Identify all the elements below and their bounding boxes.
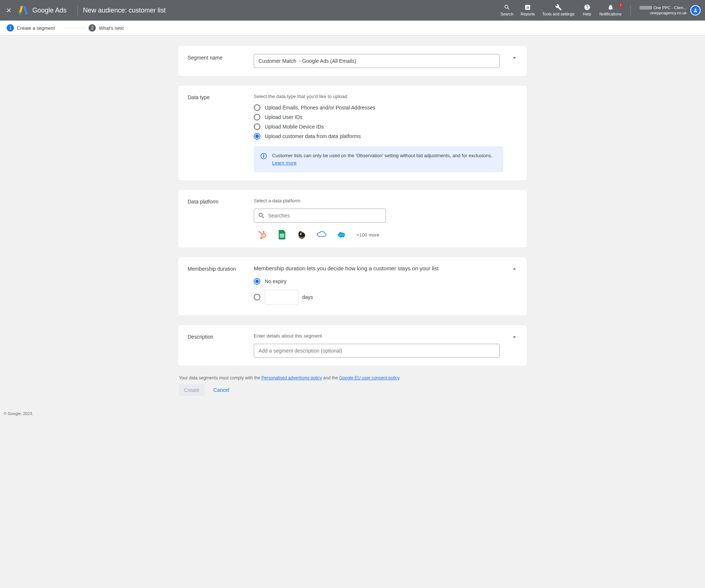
radio-upload-mobile-ids[interactable]: Upload Mobile Device IDs	[254, 123, 517, 130]
chevron-up-icon[interactable]	[510, 264, 519, 273]
cancel-button[interactable]: Cancel	[210, 384, 233, 396]
label-data-type: Data type	[188, 94, 254, 172]
cloud-icon[interactable]	[317, 230, 326, 239]
help-icon	[583, 4, 591, 11]
label-data-platform: Data platform	[188, 198, 254, 239]
radio-label: Upload Emails, Phones and/or Postal Addr…	[265, 105, 375, 111]
close-icon[interactable]	[4, 6, 13, 15]
radio-label: Upload User IDs	[265, 114, 303, 120]
google-ads-logo	[18, 5, 29, 16]
search-icon	[503, 4, 511, 11]
svg-rect-8	[263, 231, 264, 232]
create-button[interactable]: Create	[179, 384, 205, 396]
svg-point-0	[19, 12, 21, 15]
radio-custom-days[interactable]: days	[254, 290, 517, 304]
toolbar-search[interactable]: Search	[497, 4, 517, 17]
card-data-platform: Data platform Select a data platform	[178, 190, 527, 248]
google-sheets-icon[interactable]	[277, 230, 287, 239]
info-icon	[260, 152, 268, 160]
card-data-type: Data type Select the data type that you'…	[178, 86, 527, 180]
toolbar-tools[interactable]: Tools and settings	[539, 4, 578, 17]
label-description: Description	[188, 333, 254, 358]
info-box: Customer lists can only be used on the '…	[254, 146, 503, 172]
step-number-2: 2	[88, 24, 96, 32]
step-1[interactable]: 1 Create a segment	[7, 24, 55, 32]
reports-icon	[524, 4, 531, 11]
info-text: Customer lists can only be used on the '…	[272, 153, 492, 158]
chevron-up-icon[interactable]	[510, 332, 519, 341]
divider	[630, 5, 631, 15]
stepper: 1 Create a segment 2 What's next	[0, 21, 705, 36]
toolbar-notifications[interactable]: ! Notifications	[596, 4, 625, 17]
radio-label: No expiry	[265, 278, 286, 284]
compliance-note: Your data segments must comply with the …	[179, 375, 527, 380]
more-platforms[interactable]: +100 more	[357, 232, 380, 238]
page-title: New audience: customer list	[83, 7, 166, 14]
toolbar-notifications-label: Notifications	[600, 12, 622, 17]
platform-search[interactable]	[254, 209, 386, 223]
toolbar-reports-label: Reports	[521, 12, 535, 17]
copyright: © Google, 2023.	[0, 400, 705, 419]
avatar[interactable]	[690, 5, 701, 15]
platform-search-input[interactable]	[268, 213, 382, 219]
learn-more-link[interactable]: Learn more	[272, 160, 296, 166]
helper-data-platform: Select a data platform	[254, 198, 517, 203]
wrench-icon	[555, 4, 562, 11]
chevron-up-icon[interactable]	[510, 53, 519, 62]
label-segment-name: Segment name	[188, 54, 254, 68]
bell-icon	[607, 4, 614, 11]
policy-link-1[interactable]: Personalised advertising policy	[261, 375, 322, 380]
svg-rect-2	[263, 155, 264, 158]
days-suffix: days	[302, 294, 313, 300]
helper-description: Enter details about this segment	[254, 333, 517, 339]
card-segment-name: Segment name	[178, 46, 527, 76]
days-input[interactable]	[265, 290, 299, 304]
toolbar-reports[interactable]: Reports	[517, 4, 539, 17]
step-number-1: 1	[7, 24, 14, 32]
radio-no-expiry[interactable]: No expiry	[254, 278, 517, 285]
account-line1: One PPC - Clien...	[654, 5, 687, 10]
divider	[77, 5, 78, 15]
svg-point-6	[258, 231, 260, 232]
card-membership: Membership duration Membership duration …	[178, 257, 527, 315]
toolbar-help[interactable]: Help	[578, 4, 596, 17]
step-label-2: What's next	[99, 25, 124, 31]
account-line2: oneppcagency.co.uk	[650, 10, 687, 15]
mailchimp-icon[interactable]	[297, 230, 307, 239]
hubspot-icon[interactable]	[257, 230, 267, 239]
redacted-stub	[640, 6, 652, 10]
brand-label: Google Ads	[32, 7, 66, 14]
description-input[interactable]	[254, 344, 500, 358]
policy-link-2[interactable]: Google EU user consent policy	[339, 375, 399, 380]
label-membership: Membership duration	[188, 265, 254, 307]
card-description: Description Enter details about this seg…	[178, 325, 527, 366]
radio-upload-platform[interactable]: Upload customer data from data platforms	[254, 133, 517, 140]
svg-text:salesforce: salesforce	[339, 234, 344, 236]
notification-badge: !	[619, 3, 623, 7]
account-info[interactable]: One PPC - Clien... oneppcagency.co.uk	[640, 5, 687, 16]
toolbar-tools-label: Tools and settings	[542, 12, 575, 17]
svg-rect-3	[263, 154, 264, 155]
radio-label: Upload Mobile Device IDs	[265, 124, 324, 130]
step-label-1: Create a segment	[17, 25, 55, 31]
helper-membership: Membership duration lets you decide how …	[254, 265, 517, 271]
toolbar-search-label: Search	[500, 12, 513, 17]
step-2[interactable]: 2 What's next	[88, 24, 124, 32]
radio-label: Upload customer data from data platforms	[265, 133, 361, 139]
toolbar-help-label: Help	[583, 12, 591, 17]
helper-data-type: Select the data type that you'd like to …	[254, 94, 517, 99]
step-connector	[64, 28, 86, 28]
radio-upload-user-ids[interactable]: Upload User IDs	[254, 114, 517, 120]
segment-name-input[interactable]	[254, 54, 500, 68]
svg-point-17	[300, 234, 301, 234]
radio-upload-emails[interactable]: Upload Emails, Phones and/or Postal Addr…	[254, 104, 517, 111]
salesforce-icon[interactable]: salesforce	[337, 230, 346, 239]
